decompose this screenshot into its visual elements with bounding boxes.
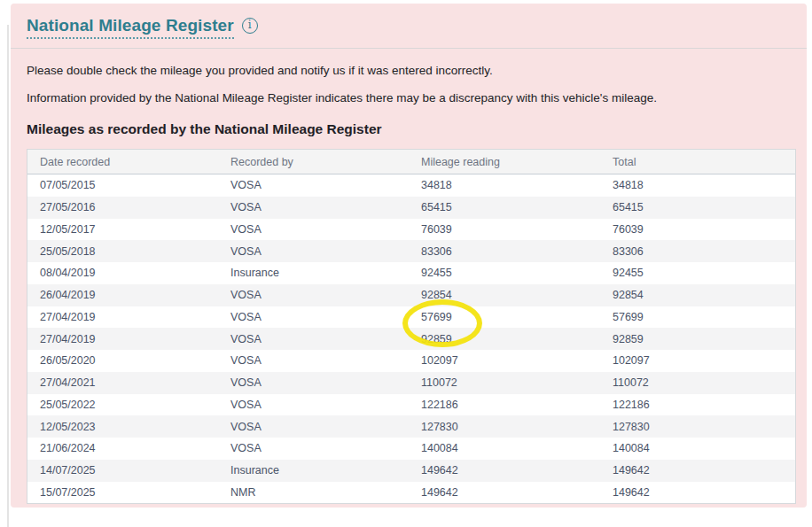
cell-total: 127830 — [600, 421, 795, 433]
cell-text-recorded-by: VOSA — [230, 333, 262, 345]
cell-date-recorded: 07/05/2015 — [27, 179, 218, 191]
cell-text-mileage-reading: 92455 — [421, 267, 452, 279]
panel-title-link[interactable]: National Mileage Register — [27, 16, 234, 39]
cell-mileage-reading: 127830 — [409, 421, 600, 433]
cell-total: 110072 — [600, 376, 795, 389]
table-row: 26/05/2020 VOSA 102097 102097 — [27, 350, 795, 372]
cell-date-recorded: 26/05/2020 — [27, 354, 218, 367]
cell-recorded-by: VOSA — [218, 354, 409, 367]
table-row: 15/07/2025 NMR 149642 149642 — [27, 482, 795, 504]
cell-mileage-reading: 140084 — [409, 442, 600, 454]
panel-body: Please double check the mileage you prov… — [11, 49, 807, 504]
cell-text-mileage-reading: 76039 — [421, 223, 452, 236]
table-row: 25/05/2022 VOSA 122186 122186 — [27, 394, 795, 416]
cell-recorded-by: NMR — [218, 486, 409, 499]
cell-mileage-reading: 92455 — [409, 267, 600, 279]
cell-mileage-reading: 65415 — [409, 201, 600, 213]
notice-double-check: Please double check the mileage you prov… — [27, 63, 791, 79]
table-row: 14/07/2025 Insurance 149642 149642 — [27, 460, 795, 482]
column-header-recorded-by: Recorded by — [218, 156, 409, 168]
cell-text-mileage-reading: 149642 — [421, 486, 458, 499]
cell-total: 92455 — [600, 267, 795, 279]
cell-total: 92854 — [600, 289, 795, 301]
cell-text-date-recorded: 08/04/2019 — [40, 267, 96, 279]
cell-text-date-recorded: 12/05/2023 — [40, 421, 96, 433]
cell-text-recorded-by: VOSA — [230, 421, 262, 433]
cell-recorded-by: VOSA — [218, 442, 409, 454]
cell-text-mileage-reading: 65415 — [421, 201, 452, 213]
info-icon[interactable]: i — [242, 18, 258, 34]
cell-mileage-reading: 149642 — [409, 464, 600, 477]
cell-text-date-recorded: 25/05/2022 — [40, 399, 96, 411]
cell-mileage-reading: 76039 — [409, 223, 600, 236]
cell-text-recorded-by: VOSA — [230, 376, 262, 389]
mileage-table: Date recorded Recorded by Mileage readin… — [27, 149, 796, 504]
cell-date-recorded: 27/04/2021 — [27, 376, 218, 389]
cell-text-mileage-reading: 140084 — [421, 442, 458, 454]
cell-mileage-reading: 92859 — [409, 333, 600, 345]
cell-text-date-recorded: 21/06/2024 — [40, 442, 96, 454]
cell-mileage-reading: 57699 — [409, 311, 600, 323]
cell-text-total: 140084 — [613, 442, 650, 454]
cell-text-mileage-reading: 83306 — [421, 245, 452, 258]
table-heading: Mileages as recorded by the National Mil… — [27, 121, 791, 137]
cell-recorded-by: VOSA — [218, 201, 409, 213]
cell-date-recorded: 27/05/2016 — [27, 201, 218, 213]
table-row: 27/04/2021 VOSA 110072 110072 — [27, 372, 795, 394]
table-row: 27/04/2019 VOSA 57699 57699 — [27, 306, 795, 329]
cell-total: 140084 — [600, 442, 795, 454]
cell-total: 149642 — [600, 486, 795, 499]
cell-date-recorded: 21/06/2024 — [27, 442, 218, 454]
cell-text-recorded-by: VOSA — [230, 442, 262, 454]
cell-text-total: 122186 — [613, 399, 650, 411]
panel-header: National Mileage Registeri — [11, 4, 807, 48]
column-header-mileage-reading: Mileage reading — [409, 156, 600, 168]
cell-text-mileage-reading: 92859 — [421, 333, 452, 345]
cell-text-date-recorded: 25/05/2018 — [40, 245, 96, 258]
cell-text-total: 83306 — [613, 245, 644, 258]
cell-text-recorded-by: VOSA — [230, 179, 262, 191]
cell-date-recorded: 15/07/2025 — [27, 486, 218, 499]
cell-text-recorded-by: Insurance — [230, 464, 279, 477]
cell-text-mileage-reading: 34818 — [421, 179, 452, 191]
table-row: 25/05/2018 VOSA 83306 83306 — [27, 240, 795, 262]
cell-text-mileage-reading: 102097 — [421, 354, 458, 367]
cell-total: 92859 — [600, 333, 795, 345]
national-mileage-register-panel: National Mileage Registeri Please double… — [11, 4, 807, 508]
cell-recorded-by: Insurance — [218, 464, 409, 477]
cell-mileage-reading: 83306 — [409, 245, 600, 258]
cell-date-recorded: 12/05/2017 — [27, 223, 218, 236]
cell-text-total: 92455 — [613, 267, 644, 279]
cell-recorded-by: VOSA — [218, 245, 409, 258]
cell-total: 83306 — [600, 245, 795, 258]
cell-text-date-recorded: 26/05/2020 — [40, 354, 96, 367]
cell-text-mileage-reading: 110072 — [421, 376, 457, 389]
column-header-total: Total — [600, 156, 795, 168]
cell-text-date-recorded: 07/05/2015 — [40, 179, 96, 191]
cell-text-total: 76039 — [613, 223, 644, 236]
cell-total: 149642 — [600, 464, 795, 477]
table-row: 21/06/2024 VOSA 140084 140084 — [27, 438, 795, 460]
cell-text-recorded-by: VOSA — [230, 399, 262, 411]
cell-text-total: 92859 — [613, 333, 644, 345]
table-row: 27/05/2016 VOSA 65415 65415 — [27, 197, 795, 219]
cell-text-total: 102097 — [613, 354, 650, 367]
table-header-row: Date recorded Recorded by Mileage readin… — [27, 150, 795, 174]
cell-total: 65415 — [600, 201, 795, 213]
cell-total: 122186 — [600, 399, 795, 411]
cell-text-total: 149642 — [613, 464, 650, 477]
table-body: 07/05/2015 VOSA 34818 34818 27/05/2016 V… — [27, 174, 795, 503]
cell-mileage-reading: 92854 — [409, 289, 600, 301]
cell-text-total: 92854 — [613, 289, 644, 301]
cell-text-mileage-reading: 92854 — [421, 289, 452, 301]
cell-text-date-recorded: 27/04/2021 — [40, 376, 96, 389]
table-row: 12/05/2017 VOSA 76039 76039 — [27, 219, 795, 241]
cell-date-recorded: 27/04/2019 — [27, 311, 218, 323]
cell-mileage-reading: 102097 — [409, 354, 600, 367]
cell-recorded-by: VOSA — [218, 311, 409, 323]
table-row: 27/04/2019 VOSA 92859 92859 — [27, 328, 795, 350]
cell-recorded-by: VOSA — [218, 399, 409, 411]
cell-text-total: 110072 — [613, 376, 649, 389]
cell-total: 76039 — [600, 223, 795, 236]
cell-recorded-by: VOSA — [218, 179, 409, 191]
